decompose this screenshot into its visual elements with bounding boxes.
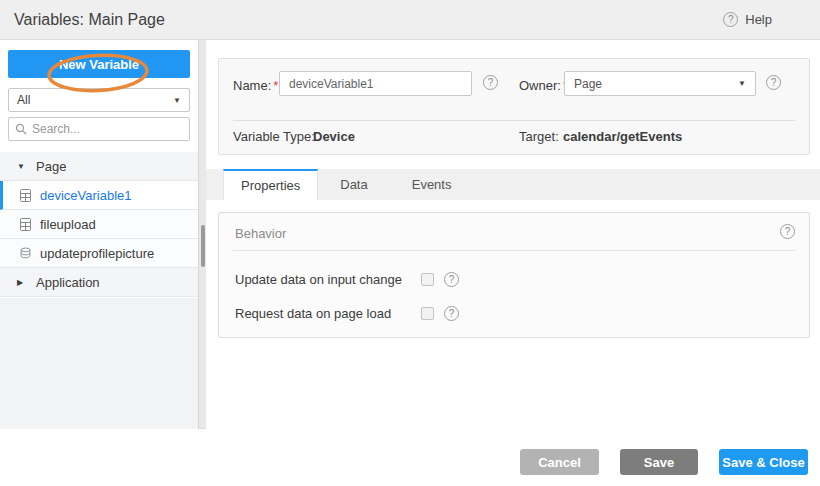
chevron-down-icon: ▼ bbox=[173, 96, 181, 105]
triangle-right-icon: ▶ bbox=[17, 278, 27, 287]
device-variable-icon bbox=[20, 218, 31, 231]
search-input[interactable] bbox=[32, 122, 183, 136]
variable-summary-form: Name:* ? Owner:* Page ▼ ? Variable Type:… bbox=[218, 58, 810, 155]
save-button[interactable]: Save bbox=[620, 449, 698, 475]
variable-type-label: Variable Type: bbox=[233, 129, 315, 144]
page-title: Variables: Main Page bbox=[14, 11, 165, 29]
search-icon bbox=[15, 123, 27, 135]
name-field[interactable] bbox=[279, 71, 472, 96]
tree-group-label: Application bbox=[36, 275, 100, 290]
cancel-button[interactable]: Cancel bbox=[520, 449, 599, 475]
tree-item-label: fileupload bbox=[40, 217, 96, 232]
tab-events[interactable]: Events bbox=[390, 169, 474, 200]
tab-properties[interactable]: Properties bbox=[223, 169, 318, 200]
owner-selected-value: Page bbox=[574, 77, 602, 91]
tree-item-label: updateprofilepicture bbox=[40, 246, 154, 261]
tree-empty-area bbox=[0, 298, 198, 429]
help-label: Help bbox=[745, 12, 772, 27]
variable-filter-select[interactable]: All ▼ bbox=[8, 88, 190, 112]
name-label: Name:* bbox=[233, 78, 278, 93]
variables-tree: ▼ Page deviceVariable1 fileupload updat bbox=[0, 152, 198, 297]
owner-help-icon[interactable]: ? bbox=[766, 75, 781, 90]
tree-group-application[interactable]: ▶ Application bbox=[0, 268, 198, 297]
owner-select[interactable]: Page ▼ bbox=[564, 71, 756, 96]
chevron-down-icon: ▼ bbox=[738, 79, 746, 88]
tree-item-devicevariable1[interactable]: deviceVariable1 bbox=[0, 181, 198, 210]
sidebar-scrollbar[interactable] bbox=[198, 40, 206, 428]
request-data-on-page-load-row: Request data on page load ? bbox=[235, 306, 459, 321]
checkbox-label: Request data on page load bbox=[235, 306, 421, 321]
variable-type-value: Device bbox=[313, 129, 355, 144]
owner-label: Owner:* bbox=[519, 78, 568, 93]
behavior-section: Behavior ? Update data on input change ?… bbox=[218, 212, 810, 338]
target-label: Target: bbox=[519, 129, 559, 144]
tree-item-fileupload[interactable]: fileupload bbox=[0, 210, 198, 239]
behavior-title: Behavior bbox=[235, 226, 286, 241]
filter-selected-value: All bbox=[17, 93, 30, 107]
question-circle-icon: ? bbox=[723, 12, 738, 27]
checkbox-label: Update data on input change bbox=[235, 272, 421, 287]
behavior-divider bbox=[233, 250, 795, 251]
new-variable-button[interactable]: New Variable bbox=[8, 50, 190, 78]
dialog-footer: Cancel Save Save & Close bbox=[0, 430, 820, 486]
variables-sidebar: New Variable All ▼ ▼ Page deviceVariable… bbox=[0, 40, 206, 429]
checkbox-help-icon[interactable]: ? bbox=[444, 272, 459, 287]
tab-data[interactable]: Data bbox=[318, 169, 389, 200]
required-marker: * bbox=[273, 78, 278, 93]
scrollbar-thumb[interactable] bbox=[201, 225, 205, 267]
save-and-close-button[interactable]: Save & Close bbox=[719, 449, 808, 475]
form-divider bbox=[233, 120, 795, 121]
device-variable-icon bbox=[20, 189, 31, 202]
tree-group-label: Page bbox=[36, 159, 66, 174]
name-help-icon[interactable]: ? bbox=[483, 75, 498, 90]
dialog-header: Variables: Main Page ? Help bbox=[0, 0, 820, 40]
tree-group-page[interactable]: ▼ Page bbox=[0, 152, 198, 181]
service-variable-icon bbox=[20, 247, 31, 259]
tree-item-updateprofilepicture[interactable]: updateprofilepicture bbox=[0, 239, 198, 268]
detail-tabs: Properties Data Events bbox=[206, 169, 820, 200]
variable-detail-panel: Name:* ? Owner:* Page ▼ ? Variable Type:… bbox=[206, 40, 820, 429]
behavior-help-icon[interactable]: ? bbox=[780, 224, 795, 239]
update-data-checkbox[interactable] bbox=[421, 273, 434, 286]
target-value: calendar/getEvents bbox=[563, 129, 682, 144]
triangle-down-icon: ▼ bbox=[17, 162, 27, 171]
checkbox-help-icon[interactable]: ? bbox=[444, 306, 459, 321]
tree-item-label: deviceVariable1 bbox=[40, 188, 132, 203]
variable-search bbox=[8, 117, 190, 141]
update-data-on-input-change-row: Update data on input change ? bbox=[235, 272, 459, 287]
request-data-checkbox[interactable] bbox=[421, 307, 434, 320]
help-button[interactable]: ? Help bbox=[723, 12, 772, 27]
variables-dialog: Variables: Main Page ? Help New Variable… bbox=[0, 0, 820, 486]
